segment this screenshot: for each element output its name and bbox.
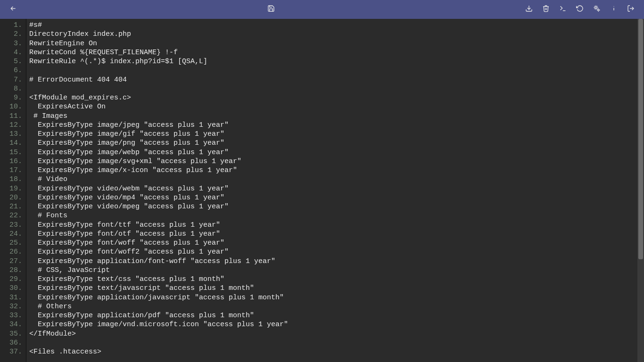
code-line[interactable]: ExpiresByType image/gif "access plus 1 y…	[29, 130, 644, 139]
line-number: 5.	[0, 57, 22, 66]
code-line[interactable]: ExpiresByType text/javascript "access pl…	[29, 284, 644, 293]
code-line[interactable]: <Files .htaccess>	[29, 347, 644, 356]
code-line[interactable]: ExpiresByType font/ttf "access plus 1 ye…	[29, 221, 644, 230]
line-number: 22.	[0, 211, 22, 220]
code-line[interactable]: ExpiresByType image/webp "access plus 1 …	[29, 148, 644, 157]
save-button[interactable]	[263, 1, 280, 18]
line-number: 19.	[0, 184, 22, 193]
line-number: 34.	[0, 320, 22, 329]
back-button[interactable]	[5, 1, 22, 18]
code-line[interactable]: ExpiresByType video/mpeg "access plus 1 …	[29, 202, 644, 211]
code-line[interactable]: ExpiresByType application/javascript "ac…	[29, 293, 644, 302]
code-line[interactable]: #s#	[29, 21, 644, 30]
line-number: 35.	[0, 329, 22, 338]
code-line[interactable]	[29, 338, 644, 347]
code-line[interactable]: RewriteCond %{REQUEST_FILENAME} !-f	[29, 48, 644, 57]
code-line[interactable]: ExpiresByType image/x-icon "access plus …	[29, 166, 644, 175]
line-number: 37.	[0, 347, 22, 356]
code-line[interactable]: ExpiresByType application/pdf "access pl…	[29, 311, 644, 320]
code-line[interactable]: <IfModule mod_expires.c>	[29, 93, 644, 102]
code-line[interactable]: ExpiresByType video/webm "access plus 1 …	[29, 184, 644, 193]
logout-button[interactable]	[622, 1, 639, 18]
line-number: 11.	[0, 112, 22, 121]
code-line[interactable]: ExpiresByType text/css "access plus 1 mo…	[29, 275, 644, 284]
console-button[interactable]	[554, 1, 571, 18]
code-line[interactable]: RewriteRule ^(.*)$ index.php?id=$1 [QSA,…	[29, 57, 644, 66]
code-line[interactable]	[29, 84, 644, 93]
reload-button[interactable]	[571, 1, 588, 18]
line-number: 9.	[0, 93, 22, 102]
code-line[interactable]: ExpiresActive On	[29, 102, 644, 111]
line-number: 28.	[0, 266, 22, 275]
delete-button[interactable]	[537, 1, 554, 18]
logout-icon	[627, 5, 635, 15]
download-button[interactable]	[520, 1, 537, 18]
code-line[interactable]: ExpiresByType image/vnd.microsoft.icon "…	[29, 320, 644, 329]
code-line[interactable]: # CSS, JavaScript	[29, 266, 644, 275]
line-number: 20.	[0, 193, 22, 202]
terminal-icon	[559, 5, 567, 15]
trash-icon	[542, 5, 550, 15]
code-line[interactable]: RewriteEngine On	[29, 39, 644, 48]
line-number: 13.	[0, 130, 22, 139]
reload-icon	[576, 5, 584, 15]
line-number: 32.	[0, 302, 22, 311]
line-number: 1.	[0, 21, 22, 30]
code-line[interactable]: ExpiresByType application/font-woff "acc…	[29, 257, 644, 266]
line-number: 17.	[0, 166, 22, 175]
line-number: 25.	[0, 239, 22, 247]
floppy-icon	[267, 5, 275, 15]
svg-point-3	[598, 9, 599, 10]
download-icon	[525, 5, 533, 15]
code-area[interactable]: #s#DirectoryIndex index.phpRewriteEngine…	[26, 19, 644, 362]
line-number: 6.	[0, 66, 22, 75]
code-line[interactable]: # ErrorDocument 404 404	[29, 75, 644, 84]
line-number: 30.	[0, 284, 22, 293]
line-number: 8.	[0, 84, 22, 93]
arrow-left-icon	[9, 5, 17, 15]
line-number: 24.	[0, 230, 22, 239]
line-number: 3.	[0, 39, 22, 48]
toolbar	[0, 0, 644, 19]
code-line[interactable]: ExpiresByType image/png "access plus 1 y…	[29, 139, 644, 148]
gutter: 1.2.3.4.5.6.7.8.9.10.11.12.13.14.15.16.1…	[0, 19, 26, 362]
line-number: 12.	[0, 121, 22, 130]
line-number: 27.	[0, 257, 22, 266]
line-number: 23.	[0, 221, 22, 230]
code-line[interactable]: ExpiresByType font/otf "access plus 1 ye…	[29, 230, 644, 239]
line-number: 10.	[0, 102, 22, 111]
line-number: 33.	[0, 311, 22, 320]
line-number: 4.	[0, 48, 22, 57]
code-line[interactable]: ExpiresByType font/woff2 "access plus 1 …	[29, 247, 644, 256]
code-line[interactable]: # Video	[29, 175, 644, 184]
code-line[interactable]: ExpiresByType image/svg+xml "access plus…	[29, 157, 644, 166]
info-button[interactable]	[605, 1, 622, 18]
line-number: 36.	[0, 338, 22, 347]
code-line[interactable]: ExpiresByType video/mp4 "access plus 1 y…	[29, 193, 644, 202]
code-line[interactable]: ExpiresByType font/woff "access plus 1 y…	[29, 239, 644, 247]
line-number: 26.	[0, 247, 22, 256]
settings-button[interactable]	[588, 1, 605, 18]
scrollbar-thumb[interactable]	[638, 19, 643, 259]
line-number: 31.	[0, 293, 22, 302]
info-icon	[610, 5, 618, 15]
line-number: 18.	[0, 175, 22, 184]
line-number: 15.	[0, 148, 22, 157]
code-line[interactable]: # Fonts	[29, 211, 644, 220]
line-number: 7.	[0, 75, 22, 84]
code-line[interactable]: ExpiresByType image/jpeg "access plus 1 …	[29, 121, 644, 130]
vertical-scrollbar[interactable]	[637, 19, 644, 362]
code-line[interactable]: # Images	[29, 112, 644, 121]
line-number: 21.	[0, 202, 22, 211]
gears-icon	[593, 5, 601, 15]
code-line[interactable]: # Others	[29, 302, 644, 311]
line-number: 29.	[0, 275, 22, 284]
svg-point-2	[595, 7, 597, 8]
line-number: 16.	[0, 157, 22, 166]
code-line[interactable]: DirectoryIndex index.php	[29, 30, 644, 39]
line-number: 2.	[0, 30, 22, 39]
code-line[interactable]: </IfModule>	[29, 329, 644, 338]
code-line[interactable]	[29, 66, 644, 75]
line-number: 14.	[0, 139, 22, 148]
editor[interactable]: 1.2.3.4.5.6.7.8.9.10.11.12.13.14.15.16.1…	[0, 19, 644, 362]
